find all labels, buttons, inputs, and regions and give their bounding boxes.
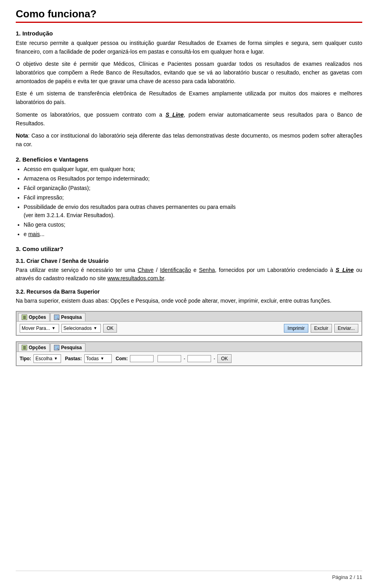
mover-para-select[interactable]: Mover Para... ▼ [20,324,59,333]
list-item: Fácil organização (Pastas); [24,184,362,192]
ok2-button[interactable]: OK [217,354,231,363]
section3-heading: 3. Como utilizar? [16,246,362,252]
range-row: - - OK [158,354,231,363]
section32-para: Na barra superior, existem duas abas: Op… [16,297,362,305]
ok-button[interactable]: OK [103,324,117,333]
range-input1[interactable] [158,355,181,362]
toolbar2-tab-pesquisa[interactable]: 🔍 Pesquisa [50,343,85,352]
enviar-button[interactable]: Enviar... [334,324,358,333]
section1-para4: Somente os laboratórios, que possuem con… [16,111,362,128]
tipo-row: Tipo: Escolha ▼ [20,354,61,363]
page-title: Como funciona? [16,8,362,23]
section1-para1: Este recurso permite a qualquer pessoa o… [16,39,362,56]
mover-para-label: Mover Para... [22,326,50,331]
range-input2[interactable] [187,355,211,362]
toolbar2-tab1-label: Opções [29,345,46,350]
toolbar1-tab-pesquisa[interactable]: 🔍 Pesquisa [50,313,85,321]
list-item: Armazena os Resultados por tempo indeter… [24,175,362,183]
list-item: Acesso em qualquer lugar, em qualquer ho… [24,165,362,173]
website-link[interactable]: www.resultados.com.br [107,275,164,281]
toolbar1-container: ☰ Opções 🔍 Pesquisa Mover Para... ▼ Sele… [16,311,362,336]
section32-heading: 3.2. Recursos da Barra Superior [16,288,362,295]
list-item: Fácil impressão; [24,194,362,202]
opcoes-icon: ☰ [22,314,27,320]
tipo-label: Tipo: [20,356,31,361]
page-footer: Página 2 / 11 [16,571,362,580]
list-item: Possibilidade de envio dos resultados pa… [24,203,362,220]
com-label: Com: [116,356,128,361]
com-row: Com: [116,355,154,362]
pesquisa-icon: 🔍 [54,314,59,320]
toolbar2-body: Tipo: Escolha ▼ Pastas: Todas ▼ Com: - -… [17,352,361,365]
range-separator2: - [213,356,215,361]
com-input[interactable] [130,355,154,362]
pastas-value: Todas [86,356,99,361]
footer-text: Página 2 / 11 [332,574,362,580]
toolbar1-tabs: ☰ Opções 🔍 Pesquisa [17,312,361,322]
section31-para: Para utilizar este serviço é necessário … [16,266,362,283]
section1-para3: Este é um sistema de transferência eletr… [16,89,362,106]
tipo-arrow: ▼ [54,356,58,361]
tipo-select[interactable]: Escolha ▼ [33,354,61,363]
pesquisa2-icon: 🔍 [54,345,59,350]
section2-list: Acesso em qualquer lugar, em qualquer ho… [24,165,362,238]
imprimir-button[interactable]: Imprimir [284,324,308,333]
toolbar1-tab-opcoes[interactable]: ☰ Opções [18,313,50,321]
toolbar2-container: ☰ Opções 🔍 Pesquisa Tipo: Escolha ▼ Past… [16,341,362,366]
selecionados-select[interactable]: Selecionados ▼ [61,324,101,333]
pastas-select[interactable]: Todas ▼ [84,354,112,363]
toolbar2-tab-opcoes[interactable]: ☰ Opções [18,343,50,352]
section31-heading: 3.1. Criar Chave / Senha de Usuário [16,258,362,264]
pastas-arrow: ▼ [100,356,104,361]
list-item: Não gera custos; [24,221,362,229]
toolbar1-body: Mover Para... ▼ Selecionados ▼ OK Imprim… [17,322,361,335]
list-item: e mais... [24,230,362,238]
toolbar2-tab2-label: Pesquisa [61,345,82,350]
toolbar1-tab1-label: Opções [29,314,46,320]
toolbar1-tab2-label: Pesquisa [61,314,82,320]
opcoes2-icon: ☰ [22,345,27,350]
mover-para-arrow: ▼ [52,326,56,330]
selecionados-label: Selecionados [63,326,92,331]
selecionados-arrow: ▼ [93,326,97,330]
section1-para2: O objetivo deste site é permitir que Méd… [16,60,362,86]
tipo-value: Escolha [35,356,52,361]
section1-para5: Nota: Caso a cor institucional do labora… [16,132,362,149]
excluir-button[interactable]: Excluir [311,324,332,333]
toolbar2-tabs: ☰ Opções 🔍 Pesquisa [17,342,361,352]
section2-heading: 2. Benefícios e Vantagens [16,156,362,163]
pastas-row: Pastas: Todas ▼ [65,354,112,363]
pastas-label: Pastas: [65,356,82,361]
section1-heading: 1. Introdução [16,30,362,37]
mais-link[interactable]: mais [28,231,40,237]
range-separator: - [183,356,185,361]
